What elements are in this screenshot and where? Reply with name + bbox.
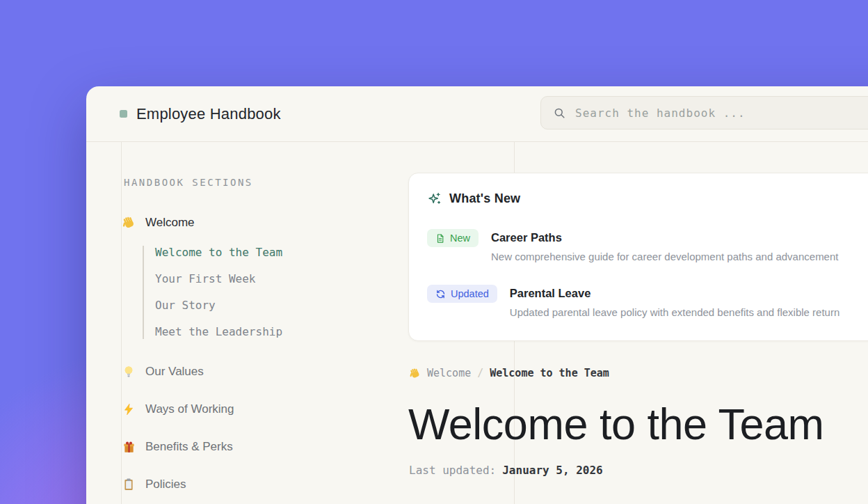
sidebar-item-welcome[interactable]: Welcome: [121, 214, 195, 232]
search-input[interactable]: [575, 107, 868, 120]
app-header: Employee Handbook: [86, 86, 868, 142]
refresh-icon: [435, 289, 446, 299]
whats-new-header: What's New: [427, 191, 520, 206]
sparkles-icon: [427, 191, 442, 206]
new-badge-label: New: [450, 233, 470, 244]
whats-new-item-body: Parental Leave Updated parental leave po…: [510, 285, 839, 318]
zap-icon: [121, 402, 136, 416]
breadcrumb-section[interactable]: Welcome: [427, 365, 471, 381]
wave-icon: [121, 216, 136, 230]
whats-new-item-body: Career Paths New comprehensive guide for…: [491, 229, 838, 262]
sidebar-item-label: Our Values: [145, 365, 204, 379]
whats-new-title: What's New: [449, 191, 520, 206]
sidebar: HANDBOOK SECTIONS Welcome Welcome to th: [121, 142, 427, 504]
search-icon: [553, 107, 566, 120]
file-text-icon: [435, 233, 445, 244]
logo-icon: [120, 110, 127, 118]
page-title: Welcome to the Team: [408, 401, 823, 447]
last-updated-value: January 5, 2026: [502, 464, 603, 477]
sidebar-item-label: Ways of Working: [145, 402, 234, 416]
updated-badge: Updated: [427, 285, 497, 303]
whats-new-item[interactable]: Updated Parental Leave Updated parental …: [427, 285, 839, 318]
sidebar-item-label: Welcome: [145, 216, 195, 230]
main-content: What's New New Career Paths New comprehe…: [408, 142, 868, 504]
sidebar-item-policies[interactable]: Policies: [121, 475, 186, 494]
subnav-item-welcome-to-the-team[interactable]: Welcome to the Team: [155, 246, 282, 260]
sidebar-item-label: Policies: [145, 478, 186, 491]
clipboard-icon: [121, 478, 136, 491]
breadcrumb-page: Welcome to the Team: [490, 365, 609, 381]
subnav-item-meet-the-leadership[interactable]: Meet the Leadership: [155, 325, 282, 339]
app-brand: Employee Handbook: [120, 86, 281, 141]
whats-new-item[interactable]: New Career Paths New comprehensive guide…: [427, 229, 838, 262]
whats-new-item-title: Parental Leave: [510, 287, 839, 300]
subnav-item-your-first-week[interactable]: Your First Week: [155, 272, 282, 286]
wave-icon: [409, 368, 421, 379]
breadcrumb-separator: /: [477, 365, 483, 381]
whats-new-card: What's New New Career Paths New comprehe…: [408, 173, 868, 341]
whats-new-item-description: New comprehensive guide for career devel…: [491, 251, 838, 262]
last-updated: Last updated: January 5, 2026: [409, 464, 603, 477]
handbook-window: Employee Handbook HANDBOOK SECTIONS: [86, 86, 868, 504]
gift-icon: [121, 441, 136, 454]
whats-new-item-description: Updated parental leave policy with exten…: [510, 306, 839, 318]
updated-badge-label: Updated: [451, 288, 489, 299]
new-badge: New: [427, 229, 479, 247]
sidebar-item-label: Benefits & Perks: [145, 440, 233, 454]
subnav-item-our-story[interactable]: Our Story: [155, 299, 282, 313]
sidebar-item-benefits-perks[interactable]: Benefits & Perks: [121, 438, 233, 456]
last-updated-label: Last updated:: [409, 464, 496, 477]
sidebar-item-ways-of-working[interactable]: Ways of Working: [121, 400, 234, 418]
search-box[interactable]: [540, 96, 868, 129]
app-title: Employee Handbook: [136, 105, 281, 123]
lightbulb-icon: [121, 365, 136, 379]
sidebar-subnav-welcome: Welcome to the Team Your First Week Our …: [143, 246, 282, 339]
whats-new-item-title: Career Paths: [491, 231, 838, 244]
sidebar-section-label: HANDBOOK SECTIONS: [124, 177, 253, 188]
breadcrumb: Welcome / Welcome to the Team: [409, 365, 609, 381]
sidebar-item-our-values[interactable]: Our Values: [121, 363, 204, 381]
